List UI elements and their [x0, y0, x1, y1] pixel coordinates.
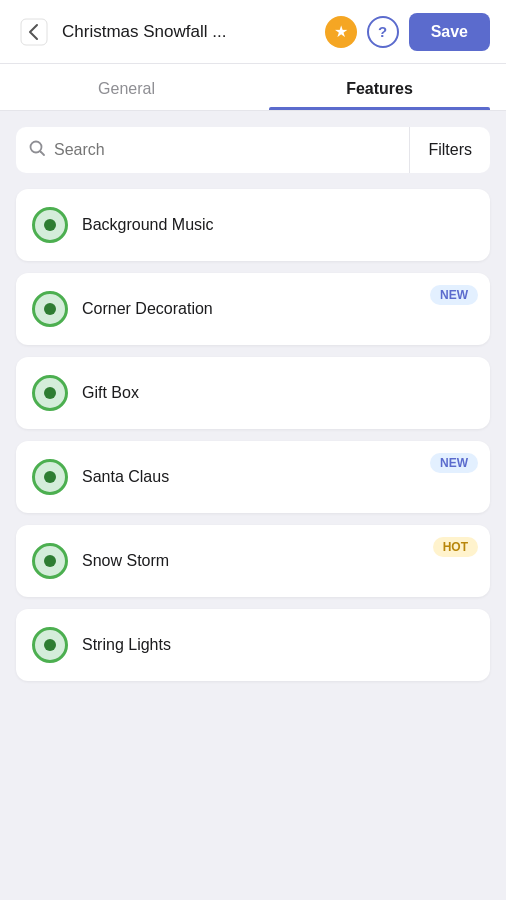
feature-item-snow-storm[interactable]: Snow StormHOT [16, 525, 490, 597]
feature-badge-snow-storm: HOT [433, 537, 478, 557]
svg-point-1 [31, 141, 42, 152]
page-title: Christmas Snowfall ... [62, 22, 315, 42]
feature-item-background-music[interactable]: Background Music [16, 189, 490, 261]
search-container: Filters [0, 111, 506, 181]
feature-indicator-gift-box [32, 375, 68, 411]
feature-indicator-snow-storm [32, 543, 68, 579]
feature-name-santa-claus: Santa Claus [82, 468, 169, 486]
star-icon: ★ [334, 24, 348, 40]
search-input-wrap [16, 139, 409, 162]
feature-indicator-corner-decoration [32, 291, 68, 327]
feature-item-string-lights[interactable]: String Lights [16, 609, 490, 681]
tab-features[interactable]: Features [253, 64, 506, 110]
enabled-dot [44, 303, 56, 315]
search-input[interactable] [54, 141, 397, 159]
enabled-dot [44, 219, 56, 231]
feature-indicator-background-music [32, 207, 68, 243]
tab-general[interactable]: General [0, 64, 253, 110]
tab-bar: General Features [0, 64, 506, 111]
enabled-dot [44, 555, 56, 567]
back-button[interactable] [16, 14, 52, 50]
feature-indicator-string-lights [32, 627, 68, 663]
feature-name-string-lights: String Lights [82, 636, 171, 654]
header: Christmas Snowfall ... ★ ? Save [0, 0, 506, 64]
feature-list: Background MusicCorner DecorationNEWGift… [0, 181, 506, 697]
enabled-dot [44, 639, 56, 651]
feature-name-gift-box: Gift Box [82, 384, 139, 402]
feature-name-background-music: Background Music [82, 216, 214, 234]
enabled-dot [44, 471, 56, 483]
search-icon [28, 139, 46, 162]
feature-name-snow-storm: Snow Storm [82, 552, 169, 570]
svg-rect-0 [21, 19, 47, 45]
save-button[interactable]: Save [409, 13, 490, 51]
feature-badge-corner-decoration: NEW [430, 285, 478, 305]
back-icon [20, 18, 48, 46]
feature-indicator-santa-claus [32, 459, 68, 495]
feature-name-corner-decoration: Corner Decoration [82, 300, 213, 318]
star-button[interactable]: ★ [325, 16, 357, 48]
filters-button[interactable]: Filters [409, 127, 490, 173]
enabled-dot [44, 387, 56, 399]
feature-item-corner-decoration[interactable]: Corner DecorationNEW [16, 273, 490, 345]
feature-item-santa-claus[interactable]: Santa ClausNEW [16, 441, 490, 513]
help-button[interactable]: ? [367, 16, 399, 48]
search-bar: Filters [16, 127, 490, 173]
feature-item-gift-box[interactable]: Gift Box [16, 357, 490, 429]
feature-badge-santa-claus: NEW [430, 453, 478, 473]
svg-line-2 [41, 151, 45, 155]
help-icon: ? [378, 24, 387, 39]
